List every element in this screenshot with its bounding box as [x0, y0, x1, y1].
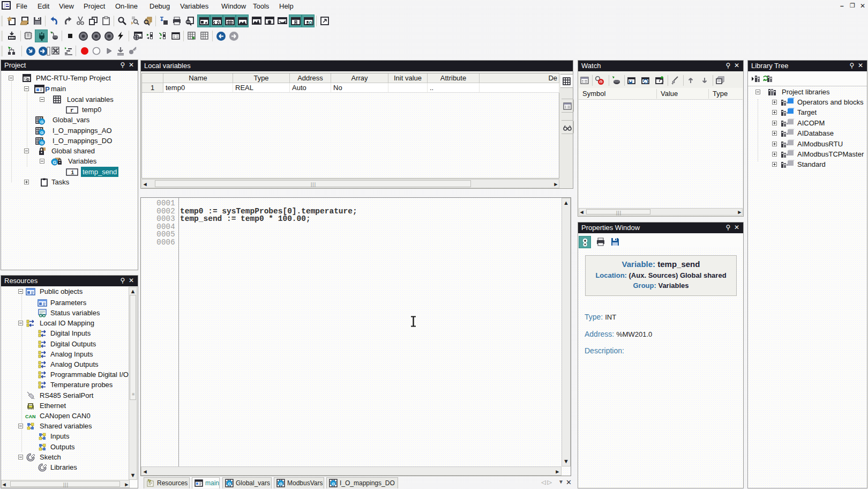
svg-text:G: G — [228, 481, 231, 486]
svg-text:G: G — [40, 130, 43, 135]
svg-text:G: G — [40, 120, 43, 124]
svg-text:r: r — [70, 107, 74, 114]
svg-text:P: P — [45, 85, 50, 93]
svg-text:G: G — [332, 481, 335, 486]
svg-text:G: G — [53, 160, 57, 165]
svg-text:G: G — [279, 481, 282, 486]
svg-text:i: i — [71, 169, 74, 176]
svg-text:G: G — [40, 140, 43, 145]
svg-text:CAN: CAN — [25, 414, 36, 419]
